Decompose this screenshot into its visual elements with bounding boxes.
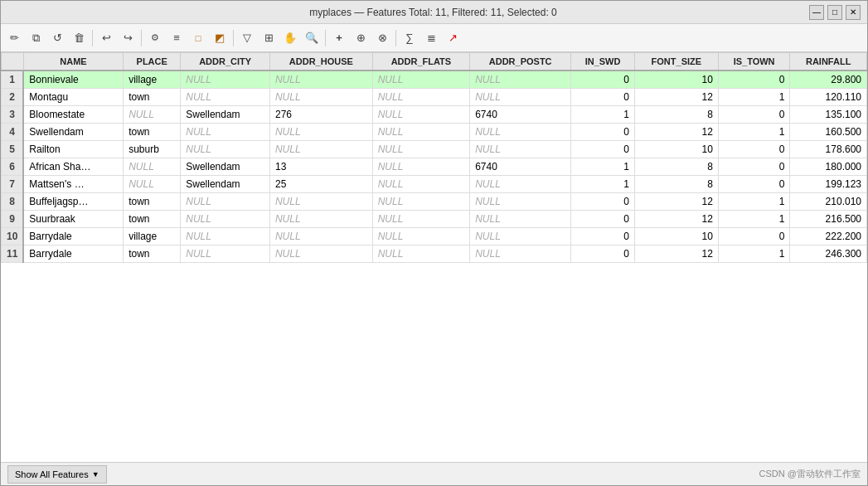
cell-font_size[interactable]: 10	[634, 228, 718, 245]
cell-rainfall[interactable]: 180.000	[790, 158, 867, 176]
cell-addr_postc[interactable]: NULL	[470, 245, 571, 263]
cell-rainfall[interactable]: 210.010	[790, 193, 867, 211]
conditional-button[interactable]: ◩	[210, 28, 230, 48]
table-row[interactable]: 3BloomestateNULLSwellendam276NULL6740180…	[2, 106, 867, 124]
cell-addr_city[interactable]: NULL	[181, 141, 270, 158]
cell-addr_postc[interactable]: NULL	[470, 141, 571, 158]
cell-rainfall[interactable]: 29.800	[790, 70, 867, 89]
cell-addr_house[interactable]: NULL	[269, 141, 372, 158]
new-attr-button[interactable]: ⚙	[145, 28, 165, 48]
cell-is_town[interactable]: 1	[718, 245, 789, 263]
cell-in_swd[interactable]: 0	[571, 245, 635, 263]
cell-addr_city[interactable]: NULL	[181, 70, 270, 89]
cell-addr_house[interactable]: NULL	[269, 245, 372, 263]
cell-is_town[interactable]: 0	[718, 176, 789, 193]
table-row[interactable]: 2MontagutownNULLNULLNULLNULL0121120.110	[2, 89, 867, 106]
cell-addr_postc[interactable]: NULL	[470, 193, 571, 211]
cell-addr_city[interactable]: NULL	[181, 193, 270, 211]
cell-place[interactable]: NULL	[124, 176, 181, 193]
cell-name[interactable]: Bloomestate	[23, 106, 123, 124]
search-button[interactable]: 🔍	[302, 28, 322, 48]
cell-font_size[interactable]: 12	[634, 245, 718, 263]
cell-name[interactable]: Railton	[23, 141, 123, 158]
cell-in_swd[interactable]: 0	[571, 70, 635, 89]
cell-rainfall[interactable]: 222.200	[790, 228, 867, 245]
edit-pencil-button[interactable]: ✏	[4, 28, 24, 48]
cell-addr_house[interactable]: NULL	[269, 228, 372, 245]
cell-addr_city[interactable]: Swellendam	[181, 158, 270, 176]
delete-button[interactable]: 🗑	[69, 28, 89, 48]
cell-name[interactable]: Barrydale	[23, 228, 123, 245]
cell-name[interactable]: Buffeljagsр…	[23, 193, 123, 211]
zoom-all-button[interactable]: ⊕	[351, 28, 371, 48]
cell-place[interactable]: NULL	[124, 158, 181, 176]
cell-addr_postc[interactable]: NULL	[470, 70, 571, 89]
cell-is_town[interactable]: 0	[718, 158, 789, 176]
cell-font_size[interactable]: 8	[634, 158, 718, 176]
cell-addr_flats[interactable]: NULL	[372, 158, 470, 176]
cell-place[interactable]: suburb	[124, 141, 181, 158]
attribute-table[interactable]: NAME PLACE ADDR_CITY ADDR_HOUSE ADDR_FLA…	[1, 52, 867, 462]
cell-addr_postc[interactable]: NULL	[470, 228, 571, 245]
cell-font_size[interactable]: 12	[634, 89, 718, 106]
cell-name[interactable]: Bonnievale	[23, 70, 123, 89]
cell-font_size[interactable]: 10	[634, 141, 718, 158]
pan-button[interactable]: ✋	[280, 28, 300, 48]
cell-rainfall[interactable]: 160.500	[790, 124, 867, 141]
cell-rainfall[interactable]: 178.600	[790, 141, 867, 158]
cell-addr_house[interactable]: NULL	[269, 124, 372, 141]
cell-name[interactable]: Mattsen's …	[23, 176, 123, 193]
cell-addr_city[interactable]: NULL	[181, 211, 270, 228]
table-row[interactable]: 6African Sha…NULLSwellendam13NULL6740180…	[2, 158, 867, 176]
cell-is_town[interactable]: 0	[718, 106, 789, 124]
cell-name[interactable]: African Sha…	[23, 158, 123, 176]
cell-is_town[interactable]: 1	[718, 124, 789, 141]
table-row[interactable]: 7Mattsen's …NULLSwellendam25NULLNULL1801…	[2, 176, 867, 193]
cell-font_size[interactable]: 8	[634, 106, 718, 124]
show-all-features-button[interactable]: Show All Features ▼	[7, 465, 107, 484]
cell-addr_house[interactable]: NULL	[269, 89, 372, 106]
cell-addr_postc[interactable]: NULL	[470, 124, 571, 141]
cell-font_size[interactable]: 12	[634, 193, 718, 211]
cell-addr_postc[interactable]: NULL	[470, 176, 571, 193]
cell-addr_house[interactable]: NULL	[269, 193, 372, 211]
cell-font_size[interactable]: 10	[634, 70, 718, 89]
col-addr-postc[interactable]: ADDR_POSTC	[470, 53, 571, 71]
cell-addr_postc[interactable]: 6740	[470, 106, 571, 124]
table-row[interactable]: 10BarrydalevillageNULLNULLNULLNULL010022…	[2, 228, 867, 245]
redo-button[interactable]: ↪	[118, 28, 138, 48]
cell-addr_postc[interactable]: 6740	[470, 158, 571, 176]
cell-font_size[interactable]: 12	[634, 211, 718, 228]
col-in-swd[interactable]: IN_SWD	[571, 53, 635, 71]
cell-rainfall[interactable]: 216.500	[790, 211, 867, 228]
cell-in_swd[interactable]: 0	[571, 141, 635, 158]
refresh-button[interactable]: ↺	[47, 28, 67, 48]
cell-in_swd[interactable]: 1	[571, 158, 635, 176]
cell-rainfall[interactable]: 199.123	[790, 176, 867, 193]
table-row[interactable]: 5RailtonsuburbNULLNULLNULLNULL0100178.60…	[2, 141, 867, 158]
cell-in_swd[interactable]: 1	[571, 176, 635, 193]
undo-button[interactable]: ↩	[96, 28, 116, 48]
table-row[interactable]: 8Buffeljagsр…townNULLNULLNULLNULL0121210…	[2, 193, 867, 211]
cell-in_swd[interactable]: 1	[571, 106, 635, 124]
table-row[interactable]: 11BarrydaletownNULLNULLNULLNULL0121246.3…	[2, 245, 867, 263]
cell-addr_flats[interactable]: NULL	[372, 89, 470, 106]
cell-place[interactable]: town	[124, 124, 181, 141]
toggle-edit-button[interactable]: ≡	[167, 28, 187, 48]
table-row[interactable]: 9SuurbraaktownNULLNULLNULLNULL0121216.50…	[2, 211, 867, 228]
col-place[interactable]: PLACE	[124, 53, 181, 71]
cell-addr_house[interactable]: NULL	[269, 211, 372, 228]
zoom-in-button[interactable]: +	[329, 28, 349, 48]
cell-rainfall[interactable]: 135.100	[790, 106, 867, 124]
cell-place[interactable]: town	[124, 211, 181, 228]
cell-addr_flats[interactable]: NULL	[372, 193, 470, 211]
export-button[interactable]: ↗	[443, 28, 463, 48]
cell-in_swd[interactable]: 0	[571, 124, 635, 141]
cell-addr_flats[interactable]: NULL	[372, 211, 470, 228]
cell-in_swd[interactable]: 0	[571, 89, 635, 106]
cell-place[interactable]: town	[124, 193, 181, 211]
cell-font_size[interactable]: 12	[634, 124, 718, 141]
cell-addr_flats[interactable]: NULL	[372, 245, 470, 263]
cell-addr_flats[interactable]: NULL	[372, 228, 470, 245]
cell-place[interactable]: village	[124, 228, 181, 245]
